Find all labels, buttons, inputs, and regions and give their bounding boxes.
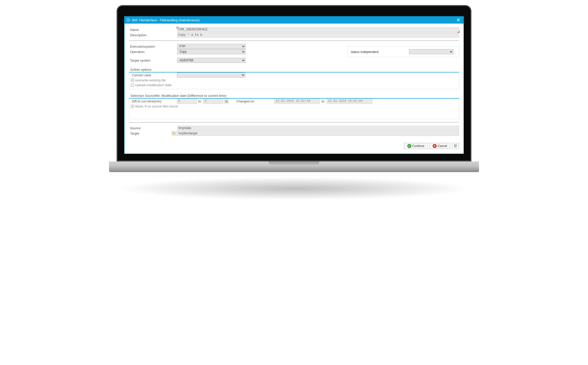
further-options-title: further options	[129, 68, 459, 72]
diff-to-field[interactable]	[203, 99, 223, 104]
overwrite-checkbox[interactable]: ✓	[131, 79, 134, 82]
source-field[interactable]	[177, 126, 459, 131]
update-moddate-checkbox[interactable]	[131, 83, 134, 87]
window-title: BM: FileInterface - Filehandling (mainte…	[132, 18, 455, 22]
description-label: Description	[129, 33, 177, 37]
svg-rect-0	[127, 19, 129, 21]
target-label-wrap: Target	[129, 131, 177, 136]
operation-select[interactable]: Copy	[177, 49, 246, 54]
target-field[interactable]	[177, 131, 459, 136]
calendar-icon[interactable]: ▦	[224, 99, 229, 103]
folder-icon[interactable]	[172, 131, 177, 136]
required-corner-icon	[177, 27, 179, 29]
abort-checkbox[interactable]: ✓	[131, 105, 134, 108]
executionsystem-label: Executionsystem	[129, 45, 177, 48]
selection-sourcefile-group: Selection Sourcefile: Modification date …	[129, 94, 459, 119]
convert-case-label: Convert case	[131, 73, 177, 77]
status-independent-label: status independent	[351, 50, 379, 54]
sliders-icon	[454, 144, 457, 148]
close-icon[interactable]: ✕	[455, 17, 462, 23]
laptop-frame: BM: FileInterface - Filehandling (mainte…	[117, 5, 471, 200]
divider	[129, 41, 459, 41]
executionsystem-select[interactable]: FTP	[177, 44, 246, 49]
check-icon: ✓	[407, 144, 411, 148]
description-field[interactable]	[177, 33, 459, 38]
cancel-label: Cancel	[438, 144, 447, 148]
cancel-icon: ✕	[433, 144, 437, 148]
changed-to-field[interactable]	[327, 99, 372, 104]
continue-button[interactable]: ✓ Continue	[404, 143, 428, 149]
button-row: ✓ Continue ✕ Cancel	[129, 143, 459, 149]
source-label: Source	[129, 126, 177, 130]
target-label: Target	[130, 132, 172, 135]
name-label: Name	[129, 28, 177, 32]
dialog-window: BM: FileInterface - Filehandling (mainte…	[124, 16, 464, 154]
laptop-shadow	[117, 177, 471, 200]
dialog-content: Name Description Executi	[124, 24, 464, 154]
further-options-group: further options Convert case ✓ overwrite…	[129, 68, 459, 89]
laptop-base	[109, 161, 479, 172]
window-icon	[126, 18, 131, 22]
svg-rect-4	[456, 145, 456, 146]
diff-time-label: Diff.to curr.time(min)	[131, 99, 177, 103]
to-label-2: to:	[321, 99, 325, 103]
convert-case-select[interactable]	[177, 72, 245, 78]
settings-button[interactable]	[452, 143, 459, 149]
target-system-select[interactable]: AGENT88	[177, 58, 246, 63]
required-corner-icon	[457, 31, 460, 33]
to-label-1: to:	[198, 99, 202, 103]
overwrite-label: overwrite existing file	[135, 78, 166, 82]
status-box: status independent	[347, 46, 459, 57]
operation-label: Operation	[129, 50, 177, 54]
diff-from-field[interactable]	[177, 99, 197, 104]
name-field[interactable]	[177, 27, 459, 32]
svg-rect-6	[455, 146, 455, 147]
changed-from-field[interactable]	[274, 99, 320, 104]
titlebar: BM: FileInterface - Filehandling (mainte…	[124, 16, 464, 24]
continue-label: Continue	[412, 144, 425, 148]
selection-title: Selection Sourcefile: Modification date …	[129, 94, 459, 99]
status-select[interactable]	[409, 49, 453, 54]
changed-on-label: Changed on	[236, 99, 274, 103]
laptop-screen: BM: FileInterface - Filehandling (mainte…	[117, 5, 471, 161]
divider	[129, 122, 459, 122]
update-moddate-label: Update modification date	[135, 83, 172, 87]
abort-label: Abort, if no source files found	[135, 104, 178, 108]
cancel-button[interactable]: ✕ Cancel	[429, 143, 450, 149]
svg-rect-2	[454, 144, 455, 145]
target-system-label: Target system	[129, 59, 177, 62]
